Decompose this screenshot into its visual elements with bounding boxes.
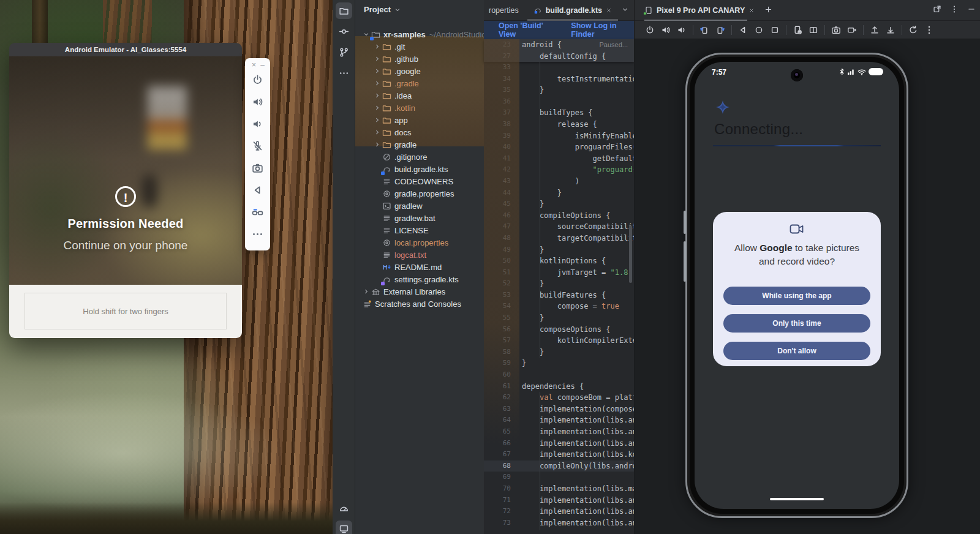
code-line-67[interactable]: 67 implementation(libs.kotl [484,449,634,461]
code-line-51[interactable]: 51 jvmTarget = "1.8" [484,267,634,279]
back-icon[interactable] [735,23,751,37]
power-icon[interactable] [642,23,658,37]
device-settings-icon[interactable] [790,23,805,37]
while-using-app-button[interactable]: While using the app [723,287,870,305]
emulator-screen[interactable]: ! Permission Needed Continue on your pho… [9,56,242,285]
device-tab[interactable]: Pixel 9 Pro API CANARY [635,0,760,21]
upload-icon[interactable] [867,23,883,37]
sticky-line[interactable]: 23 android { Paused... [484,39,634,51]
code-line-69[interactable]: 69 [484,472,634,483]
code-line-64[interactable]: 64 implementation(libs.andr [484,415,634,426]
tree-item--google[interactable]: .google [355,65,484,77]
code-line-38[interactable]: 38 release { [484,119,634,130]
more-options-icon[interactable] [921,23,937,37]
overview-icon[interactable] [767,23,783,37]
code-line-58[interactable]: 58 } [484,347,634,358]
project-tool-icon[interactable] [333,0,355,21]
tree-item-gradle-properties[interactable]: gradle.properties [355,187,484,200]
close-tab-icon[interactable] [748,5,755,16]
tree-item-license[interactable]: LICENSE [355,224,484,236]
rotate-left-icon[interactable] [696,23,712,37]
code-line-65[interactable]: 65 implementation(libs.andr [484,426,634,438]
mic-off-icon[interactable] [245,135,270,157]
camera-icon[interactable] [245,157,270,179]
show-log-link[interactable]: Show Log in Finder [571,21,634,39]
tree-item--kotlin[interactable]: .kotlin [355,102,484,114]
running-devices-tool-icon[interactable] [333,518,355,534]
code-line-52[interactable]: 52 } [484,278,634,290]
code-line-42[interactable]: 42 "proguard-ru [484,164,634,176]
code-line-35[interactable]: 35 } [484,85,634,96]
volume-down-icon[interactable] [245,113,270,135]
power-icon[interactable] [245,69,270,91]
code-line-54[interactable]: 54 compose = true [484,301,634,312]
close-icon[interactable]: × [252,61,256,69]
commit-tool-icon[interactable] [333,21,355,42]
minimize-icon[interactable] [967,5,976,16]
code-line-70[interactable]: 70 implementation(libs.mate [484,483,634,495]
tree-item-codeowners[interactable]: CODEOWNERS [355,175,484,187]
code-line-56[interactable]: 56 composeOptions { [484,324,634,336]
home-icon[interactable] [751,23,767,37]
volume-up-icon[interactable] [245,91,270,113]
close-tab-icon[interactable] [606,5,612,16]
tree-item-build-gradle-kts[interactable]: build.gradle.kts [355,163,484,175]
tree-item-gradlew[interactable]: gradlew [355,200,484,212]
code-line-37[interactable]: 37 buildTypes { [484,107,634,119]
snapshot-reset-icon[interactable] [905,23,921,37]
open-build-view-link[interactable]: Open 'Build' View [499,21,555,39]
code-line-73[interactable]: 73 implementation(libs.andr [484,517,634,529]
code-line-34[interactable]: 34 testInstrumentationR [484,73,634,85]
code-line-55[interactable]: 55 } [484,312,634,324]
screenshot-icon[interactable] [828,23,844,37]
code-line-44[interactable]: 44 } [484,187,634,199]
code-line-68[interactable]: 68 compileOnly(libs.androi [484,461,634,472]
dont-allow-button[interactable]: Don't allow [723,342,870,360]
tree-item-logcat-txt[interactable]: logcat.txt [355,249,484,261]
more-options-icon[interactable] [950,5,959,16]
sticky-line[interactable]: 27 defaultConfig { [484,51,634,62]
tree-item-app[interactable]: app [355,114,484,126]
rotate-right-icon[interactable] [712,23,728,37]
screen-record-icon[interactable] [844,23,860,37]
tree-item-external-libraries[interactable]: External Libraries [355,285,484,298]
code-line-47[interactable]: 47 sourceCompatibility [484,221,634,233]
tree-item-settings-gradle-kts[interactable]: settings.gradle.kts [355,273,484,285]
tree-item--git[interactable]: .git [355,40,484,53]
code-line-39[interactable]: 39 isMinifyEnabled [484,130,634,142]
phone-screen[interactable]: 7:57 Connecting... [695,62,899,509]
glasses-icon[interactable] [245,201,270,223]
code-line-50[interactable]: 50 kotlinOptions { [484,255,634,267]
tree-item-gradle[interactable]: gradle [355,138,484,151]
tree-item--gitignore[interactable]: .gitignore [355,151,484,163]
editor-tab-active[interactable]: build.gradle.kts [527,0,618,21]
code-line-62[interactable]: 62 val composeBom = platfor [484,392,634,404]
project-panel-header[interactable]: Project [364,5,401,14]
code-line-71[interactable]: 71 implementation(libs.andr [484,495,634,506]
tree-item-docs[interactable]: docs [355,126,484,138]
tree-item-gradlew-bat[interactable]: gradlew.bat [355,212,484,224]
code-editor[interactable]: roperties build.gradle.kts Open 'Build' … [484,0,634,534]
code-line-46[interactable]: 46 compileOptions { [484,210,634,222]
more-icon[interactable] [245,223,270,245]
add-device-tab-icon[interactable] [764,5,772,16]
code-line-59[interactable]: 59} [484,358,634,369]
open-in-new-window-icon[interactable] [933,5,941,16]
code-line-66[interactable]: 66 implementation(libs.andr [484,438,634,449]
structure-tool-icon[interactable] [333,42,355,62]
code-lines[interactable]: 3334 testInstrumentationR35 }3637 buildT… [484,62,634,534]
editor-tab-partial[interactable]: roperties [484,6,527,15]
code-line-36[interactable]: 36 [484,96,634,108]
emulator-title-bar[interactable]: Android Emulator - AI_Glasses:5554 [9,43,242,56]
more-tools-icon[interactable] [333,62,355,83]
tree-item-local-properties[interactable]: local.properties [355,236,484,249]
code-line-53[interactable]: 53 buildFeatures { [484,290,634,301]
code-line-57[interactable]: 57 kotlinCompilerExtens [484,335,634,347]
code-line-48[interactable]: 48 targetCompatibility [484,233,634,244]
code-line-41[interactable]: 41 getDefaultPr [484,153,634,165]
code-line-40[interactable]: 40 proguardFiles( [484,141,634,153]
code-line-43[interactable]: 43 ) [484,176,634,187]
code-line-33[interactable]: 33 [484,62,634,73]
only-this-time-button[interactable]: Only this time [723,314,870,333]
tab-list-chevron-icon[interactable] [621,5,634,16]
